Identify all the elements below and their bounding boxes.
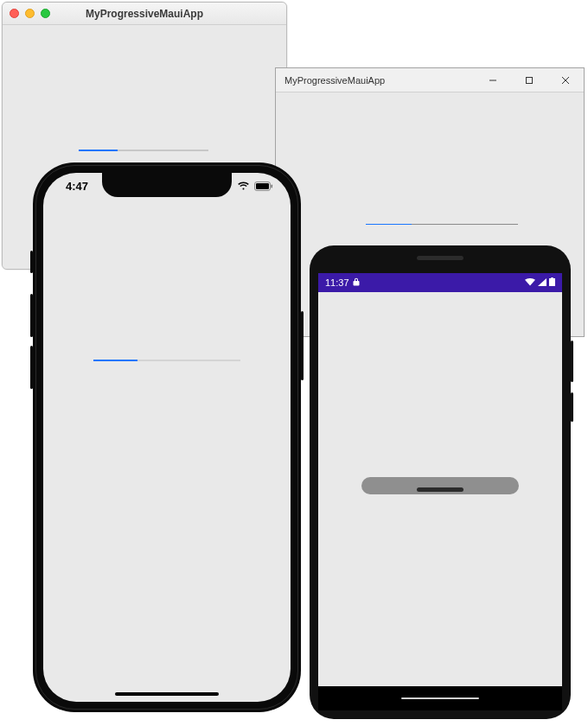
iphone-screen: 4:47 — [43, 173, 291, 702]
windows-titlebar[interactable]: MyProgressiveMauiApp — [276, 68, 584, 92]
power-button[interactable] — [301, 311, 304, 380]
cellular-icon — [538, 277, 546, 288]
progress-bar — [366, 224, 518, 225]
android-nav-bar[interactable] — [318, 686, 562, 710]
android-device: 11:37 — [310, 245, 571, 719]
home-indicator[interactable] — [115, 692, 219, 696]
wifi-icon — [237, 181, 250, 194]
maximize-icon[interactable] — [41, 9, 50, 18]
power-button[interactable] — [571, 392, 573, 422]
progress-bar — [361, 477, 519, 494]
iphone-device: 4:47 — [33, 162, 301, 712]
android-content — [318, 292, 562, 686]
android-status-time: 11:37 — [325, 277, 349, 288]
maximize-icon[interactable] — [511, 68, 547, 92]
progress-bar-fill — [366, 224, 412, 225]
progress-bar-fill — [79, 150, 118, 151]
close-icon[interactable] — [547, 68, 584, 92]
volume-button[interactable] — [571, 341, 573, 382]
windows-window-controls — [475, 68, 584, 92]
ios-status-time: 4:47 — [66, 180, 88, 193]
svg-rect-5 — [256, 183, 269, 189]
volume-down-button[interactable] — [30, 346, 33, 389]
ios-status-bar: 4:47 — [43, 180, 291, 197]
macos-window-title: MyProgressiveMauiApp — [86, 8, 203, 20]
battery-icon — [549, 277, 555, 288]
svg-rect-1 — [527, 77, 533, 83]
macos-window-controls — [10, 9, 50, 18]
wifi-icon — [525, 277, 535, 288]
android-screen: 11:37 — [318, 273, 562, 710]
minimize-icon[interactable] — [475, 68, 511, 92]
progress-bar-fill — [93, 360, 137, 361]
android-status-bar: 11:37 — [318, 273, 562, 292]
battery-icon — [254, 181, 273, 194]
close-icon[interactable] — [10, 9, 19, 18]
minimize-icon[interactable] — [25, 9, 35, 18]
home-indicator[interactable] — [401, 697, 479, 699]
volume-up-button[interactable] — [30, 294, 33, 337]
silence-switch[interactable] — [30, 251, 33, 273]
lock-icon — [353, 277, 360, 288]
macos-titlebar[interactable]: MyProgressiveMauiApp — [3, 3, 286, 25]
svg-rect-6 — [272, 185, 273, 188]
progress-bar — [79, 150, 208, 151]
progress-bar — [93, 360, 240, 361]
windows-window-title: MyProgressiveMauiApp — [276, 75, 475, 86]
